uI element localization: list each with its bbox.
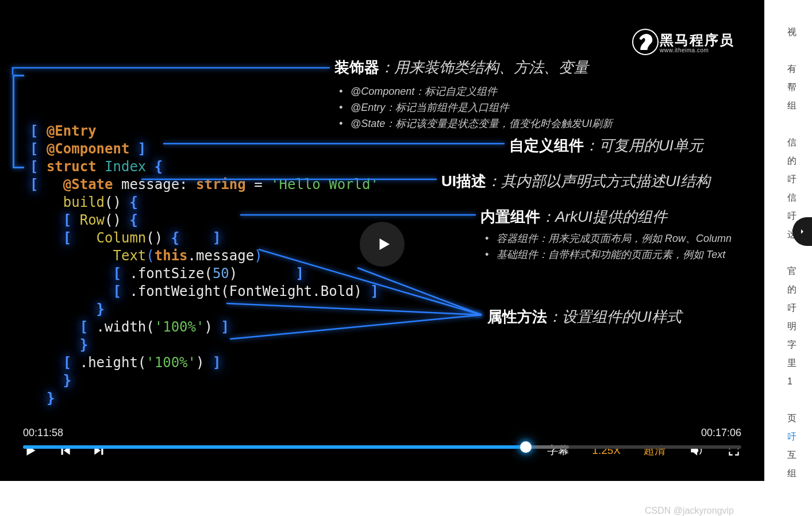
code-block: [ @Entry [ @Component ] [ struct Index {… xyxy=(30,105,379,425)
annotation-builtin: 内置组件：ArkUI提供的组件 容器组件：用来完成页面布局，例如 Row、Col… xyxy=(480,207,732,263)
horse-icon xyxy=(632,29,659,55)
brand-text: 黑马程序员 xyxy=(660,31,734,49)
bracket-cap xyxy=(13,167,24,168)
video-player-area: 黑马程序员 www.itheima.com [ @Entry [ @Compon… xyxy=(0,0,764,481)
progress-buffer xyxy=(526,445,569,449)
chevron-right-icon xyxy=(798,227,807,236)
annotation-attr: 属性方法：设置组件的UI样式 xyxy=(487,307,682,327)
player-controls: 00:11:58 00:17:06 字幕 1.25X 超清 xyxy=(0,425,764,481)
bracket-left xyxy=(13,75,14,167)
annotation-decorator: 装饰器：用来装饰类结构、方法、变量 @Component：标记自定义组件 @En… xyxy=(334,57,613,132)
brand-logo: 黑马程序员 www.itheima.com xyxy=(632,29,734,55)
bracket-cap xyxy=(13,75,24,76)
progress-knob[interactable] xyxy=(520,441,532,453)
sidebar-text-fragment: 视有帮组信的吁信吁这官的吁明字里1页吁互组文C写 xyxy=(787,23,812,481)
progress-bar[interactable] xyxy=(23,445,741,449)
sidebar-collapsed: 视有帮组信的吁信吁这官的吁明字里1页吁互组文C写 xyxy=(764,0,812,481)
progress-fill xyxy=(23,445,526,449)
csdn-watermark: CSDN @jackyrongvip xyxy=(645,506,734,516)
annotation-ui-desc: UI描述：其内部以声明式方式描述UI结构 xyxy=(441,171,710,191)
time-total: 00:17:06 xyxy=(701,427,741,439)
annotation-custom-component: 自定义组件：可复用的UI单元 xyxy=(509,136,703,156)
play-button-center[interactable] xyxy=(360,222,405,267)
time-current: 00:11:58 xyxy=(23,427,63,439)
